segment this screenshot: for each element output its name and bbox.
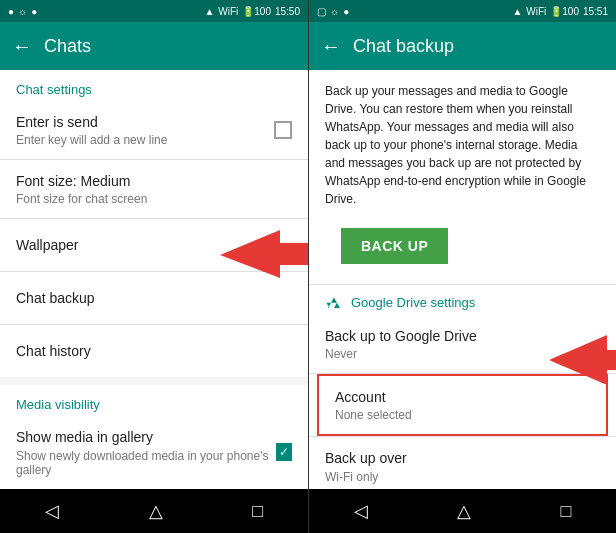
list-item-enter-send[interactable]: Enter is send Enter key will add a new l… xyxy=(0,101,308,159)
status-left-panel2: ▢ ☼ ● xyxy=(317,6,349,17)
chat-backup-text: Chat backup xyxy=(16,289,95,307)
notification-icon2: ▢ xyxy=(317,6,326,17)
backup-drive-secondary: Never xyxy=(325,347,477,361)
status-right-panel1: ▲ WiFi 🔋100 15:50 xyxy=(204,6,300,17)
list-item-font-size[interactable]: Font size: Medium Font size for chat scr… xyxy=(0,160,308,218)
brightness-icon: ☼ xyxy=(18,6,27,17)
back-nav-panel1[interactable]: ◁ xyxy=(45,500,59,522)
battery-icon: 🔋100 xyxy=(242,6,271,17)
font-size-secondary: Font size for chat screen xyxy=(16,192,147,206)
back-nav-panel2[interactable]: ◁ xyxy=(354,500,368,522)
chat-history-text: Chat history xyxy=(16,342,91,360)
list-item-backup-over[interactable]: Back up over Wi-Fi only xyxy=(309,437,616,489)
time-panel2: 15:51 xyxy=(583,6,608,17)
google-drive-label: Google Drive settings xyxy=(351,295,475,310)
enter-send-checkbox[interactable] xyxy=(274,121,292,139)
status-right-panel2: ▲ WiFi 🔋100 15:51 xyxy=(512,6,608,17)
panel1-content: Chat settings Enter is send Enter key wi… xyxy=(0,70,308,489)
media-visibility-header: Media visibility xyxy=(0,385,308,416)
chat-history-primary: Chat history xyxy=(16,342,91,360)
account-secondary: None selected xyxy=(335,408,590,422)
show-media-checkbox[interactable] xyxy=(276,443,292,461)
home-nav-panel1[interactable]: △ xyxy=(149,500,163,522)
recent-nav-panel1[interactable]: □ xyxy=(252,501,263,522)
backup-drive-text: Back up to Google Drive Never xyxy=(325,327,477,361)
recent-nav-panel2[interactable]: □ xyxy=(560,501,571,522)
list-item-chat-backup[interactable]: Chat backup xyxy=(0,272,308,324)
status-left-panel1: ● ☼ ● xyxy=(8,6,37,17)
chat-backup-primary: Chat backup xyxy=(16,289,95,307)
list-item-chat-history[interactable]: Chat history xyxy=(0,325,308,377)
backup-button-wrapper: BACK UP xyxy=(309,220,616,284)
dot-icon: ● xyxy=(31,6,37,17)
backup-over-primary: Back up over xyxy=(325,449,407,467)
chat-settings-header: Chat settings xyxy=(0,70,308,101)
font-size-text: Font size: Medium Font size for chat scr… xyxy=(16,172,147,206)
status-bar-panel1: ● ☼ ● ▲ WiFi 🔋100 15:50 xyxy=(0,0,308,22)
home-nav-panel2[interactable]: △ xyxy=(457,500,471,522)
brightness-icon2: ☼ xyxy=(330,6,339,17)
notification-icon: ● xyxy=(8,6,14,17)
backup-over-text: Back up over Wi-Fi only xyxy=(325,449,407,483)
backup-over-secondary: Wi-Fi only xyxy=(325,470,407,484)
back-button-panel1[interactable]: ← xyxy=(12,35,32,58)
backup-description: Back up your messages and media to Googl… xyxy=(309,70,616,220)
show-media-text: Show media in gallery Show newly downloa… xyxy=(16,428,276,476)
signal-icon2: ▲ xyxy=(512,6,522,17)
topbar-title-panel1: Chats xyxy=(44,36,91,57)
drive-icon xyxy=(325,293,343,311)
section-divider xyxy=(0,377,308,385)
panel2-content: Back up your messages and media to Googl… xyxy=(309,70,616,489)
backup-drive-primary: Back up to Google Drive xyxy=(325,327,477,345)
bottom-nav-panel1: ◁ △ □ xyxy=(0,489,308,533)
topbar-panel1: ← Chats xyxy=(0,22,308,70)
topbar-panel2: ← Chat backup xyxy=(309,22,616,70)
back-button-panel2[interactable]: ← xyxy=(321,35,341,58)
wallpaper-text: Wallpaper xyxy=(16,236,79,254)
topbar-title-panel2: Chat backup xyxy=(353,36,454,57)
status-bar-panel2: ▢ ☼ ● ▲ WiFi 🔋100 15:51 xyxy=(309,0,616,22)
enter-send-text: Enter is send Enter key will add a new l… xyxy=(16,113,167,147)
wallpaper-primary: Wallpaper xyxy=(16,236,79,254)
bottom-nav-panel2: ◁ △ □ xyxy=(309,489,616,533)
wifi-icon: WiFi xyxy=(218,6,238,17)
panel1: ● ☼ ● ▲ WiFi 🔋100 15:50 ← Chats Chat set… xyxy=(0,0,308,533)
account-primary: Account xyxy=(335,388,590,406)
show-media-secondary: Show newly downloaded media in your phon… xyxy=(16,449,276,477)
font-size-primary: Font size: Medium xyxy=(16,172,147,190)
time-panel1: 15:50 xyxy=(275,6,300,17)
enter-send-secondary: Enter key will add a new line xyxy=(16,133,167,147)
list-item-backup-drive[interactable]: Back up to Google Drive Never xyxy=(309,315,616,373)
backup-button[interactable]: BACK UP xyxy=(341,228,448,264)
signal-icon: ▲ xyxy=(204,6,214,17)
enter-send-primary: Enter is send xyxy=(16,113,167,131)
google-drive-header: Google Drive settings xyxy=(309,285,616,315)
list-item-account[interactable]: Account None selected xyxy=(317,374,608,436)
battery-icon2: 🔋100 xyxy=(550,6,579,17)
list-item-wallpaper[interactable]: Wallpaper xyxy=(0,219,308,271)
list-item-show-media[interactable]: Show media in gallery Show newly downloa… xyxy=(0,416,308,488)
panel2: ▢ ☼ ● ▲ WiFi 🔋100 15:51 ← Chat backup Ba… xyxy=(308,0,616,533)
wifi-icon2: WiFi xyxy=(526,6,546,17)
dot-icon2: ● xyxy=(343,6,349,17)
show-media-primary: Show media in gallery xyxy=(16,428,276,446)
